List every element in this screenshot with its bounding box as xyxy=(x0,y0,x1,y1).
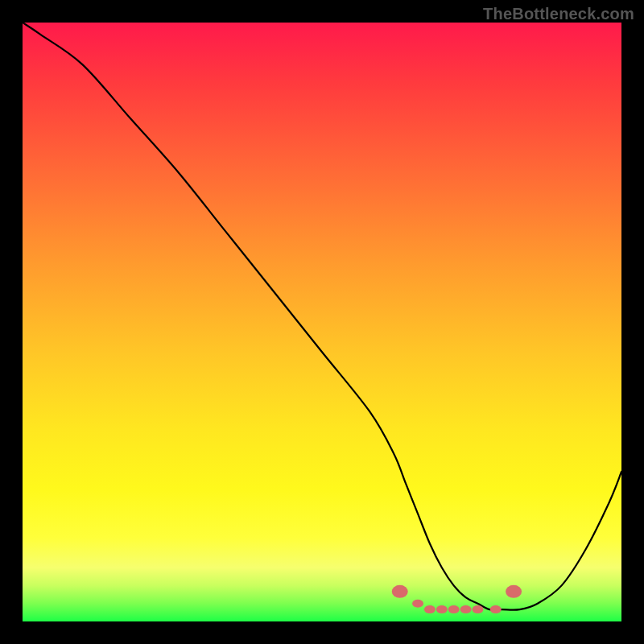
valley-marker xyxy=(424,605,436,613)
valley-marker xyxy=(506,585,522,598)
valley-markers xyxy=(392,585,522,613)
curve-layer xyxy=(23,23,621,621)
chart-frame: TheBottleneck.com xyxy=(0,0,644,644)
valley-marker xyxy=(460,605,472,613)
valley-marker xyxy=(490,605,502,613)
bottleneck-curve xyxy=(23,23,621,610)
valley-marker xyxy=(436,605,448,613)
valley-marker xyxy=(472,605,483,613)
gradient-plot-area xyxy=(23,23,621,621)
valley-marker xyxy=(392,585,408,598)
valley-marker xyxy=(412,600,423,608)
watermark-text: TheBottleneck.com xyxy=(483,5,634,23)
valley-marker xyxy=(448,605,460,613)
